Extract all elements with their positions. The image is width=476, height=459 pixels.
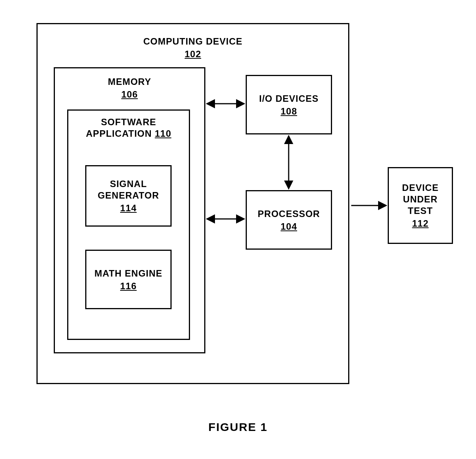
figure-caption: FIGURE 1 bbox=[0, 421, 476, 434]
arrows-svg bbox=[0, 0, 476, 459]
diagram-stage: COMPUTING DEVICE 102 MEMORY 106 SOFTWARE… bbox=[0, 0, 476, 459]
